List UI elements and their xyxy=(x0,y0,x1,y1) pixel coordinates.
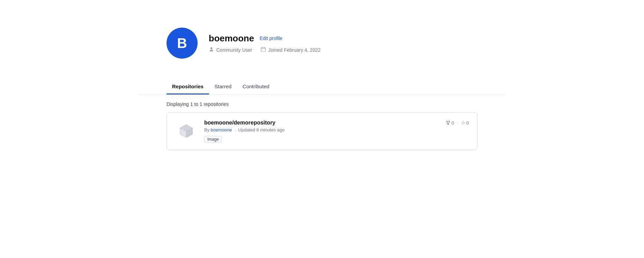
content-area: Displaying 1 to 1 repositories boemoone/… xyxy=(139,101,505,150)
calendar-icon xyxy=(261,47,266,53)
avatar: B xyxy=(167,28,198,59)
person-icon xyxy=(209,47,214,53)
repo-owner-link[interactable]: boemoone xyxy=(211,127,232,132)
repos-count: Displaying 1 to 1 repositories xyxy=(167,101,477,107)
star-count: 0 xyxy=(466,120,469,126)
stat-separator: · xyxy=(457,120,458,126)
repo-name: boemoone/demorepository xyxy=(204,120,439,126)
edit-profile-link[interactable]: Edit profile xyxy=(259,36,282,41)
profile-name-row: boemoone Edit profile xyxy=(209,33,321,44)
page-wrapper: B boemoone Edit profile Community User xyxy=(132,0,512,164)
fork-icon xyxy=(446,120,451,125)
profile-section: B boemoone Edit profile Community User xyxy=(139,14,505,79)
fork-stat: 0 xyxy=(446,120,454,126)
repo-icon xyxy=(175,120,197,142)
joined-meta-item: Joined February 4, 2022 xyxy=(261,47,321,53)
joined-label: Joined February 4, 2022 xyxy=(268,47,321,53)
repo-card: boemoone/demorepository By boemoone · Up… xyxy=(167,112,477,150)
role-label: Community User xyxy=(216,47,252,53)
star-stat: ☆ 0 xyxy=(461,120,469,126)
repo-stats: 0 · ☆ 0 xyxy=(446,120,469,126)
tab-starred[interactable]: Starred xyxy=(209,79,237,95)
role-meta-item: Community User xyxy=(209,47,252,53)
profile-username: boemoone xyxy=(209,33,254,44)
repo-details: boemoone/demorepository By boemoone · Up… xyxy=(204,120,439,143)
tab-repositories[interactable]: Repositories xyxy=(167,79,209,95)
tabs: Repositories Starred Contributed xyxy=(167,79,505,94)
repo-by: By boemoone · Updated 8 minutes ago xyxy=(204,127,439,132)
svg-point-6 xyxy=(448,121,449,122)
svg-point-5 xyxy=(446,121,447,122)
tabs-container: Repositories Starred Contributed xyxy=(139,79,505,95)
repo-tag[interactable]: Image xyxy=(204,136,222,143)
repo-updated: Updated 8 minutes ago xyxy=(238,127,284,132)
profile-meta: Community User Joined February 4, 2022 xyxy=(209,47,321,53)
fork-count: 0 xyxy=(452,120,454,126)
tab-contributed[interactable]: Contributed xyxy=(237,79,275,95)
cube-icon xyxy=(177,122,195,140)
svg-rect-0 xyxy=(261,47,266,51)
star-icon: ☆ xyxy=(461,120,465,126)
profile-info: boemoone Edit profile Community User xyxy=(209,33,321,53)
